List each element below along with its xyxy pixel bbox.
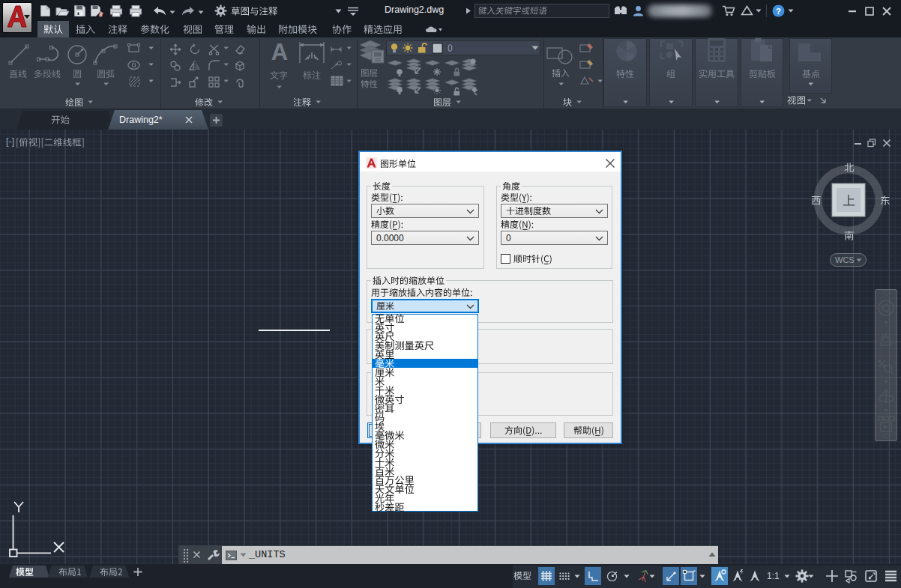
- svg-text:?: ?: [776, 7, 781, 16]
